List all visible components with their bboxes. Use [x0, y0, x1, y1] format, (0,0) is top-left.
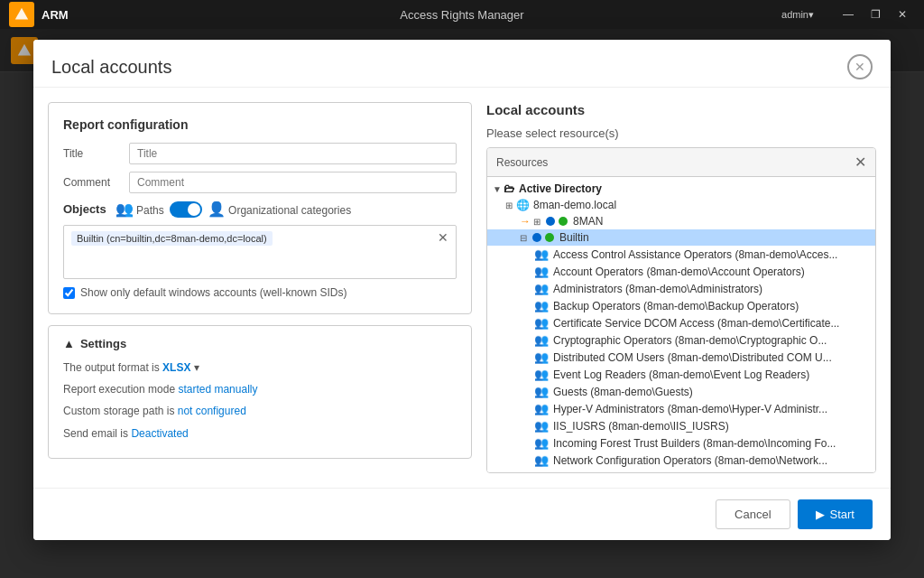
- admin-dropdown[interactable]: admin ▾: [762, 4, 834, 25]
- modal-title: Local accounts: [51, 57, 171, 78]
- group-icon: 👥: [534, 333, 549, 347]
- tree-item-label: Account Operators (8man-demo\Account Ope…: [553, 266, 805, 278]
- start-play-icon: ▶: [816, 508, 825, 521]
- group-icon: 👥: [534, 282, 549, 295]
- tree-item-label: Backup Operators (8man-demo\Backup Opera…: [553, 300, 799, 312]
- comment-label: Comment: [63, 176, 122, 189]
- tree-item-label: Hyper-V Administrators (8man-demo\Hyper-…: [553, 403, 827, 415]
- tree-item-label: 8MAN: [573, 215, 603, 228]
- tree-item-label: IIS_IUSRS (8man-demo\IIS_IUSRS): [553, 420, 729, 433]
- main-content: St... Local accounts ✕ Report configurat…: [0, 29, 924, 578]
- comment-input[interactable]: [129, 172, 457, 193]
- tree-item[interactable]: 👥 Cryptographic Operators (8man-demo\Cry…: [487, 331, 875, 349]
- tree-item-label: Event Log Readers (8man-demo\Event Log R…: [553, 368, 809, 381]
- dot-green: [559, 217, 568, 226]
- builtin-label: Builtin: [559, 231, 589, 244]
- tree-item[interactable]: 👥 Backup Operators (8man-demo\Backup Ope…: [487, 297, 875, 314]
- title-bar: ARM Access Rights Manager admin ▾ — ❐ ✕: [0, 0, 924, 29]
- group-icon: 👥: [534, 419, 549, 433]
- tree-item[interactable]: 👥 Hyper-V Administrators (8man-demo\Hype…: [487, 400, 875, 417]
- dot-blue: [532, 233, 541, 242]
- resources-label: Resources: [496, 156, 548, 169]
- tree-item[interactable]: 👥 Access Control Assistance Operators (8…: [487, 246, 875, 263]
- objects-title: Objects: [63, 202, 106, 216]
- paths-toggle[interactable]: [170, 201, 202, 218]
- domain-icon: 🌐: [516, 199, 530, 211]
- tree-item-label: Certificate Service DCOM Access (8man-de…: [553, 317, 839, 330]
- start-label: Start: [830, 508, 855, 521]
- objects-section: Objects 👥 Paths 👤 Organiz: [63, 200, 457, 299]
- report-config-section: Report configuration Title Comment: [48, 102, 472, 314]
- tree-item-builtin[interactable]: ⊟ Builtin: [487, 229, 875, 246]
- tree-item-label: Distributed COM Users (8man-demo\Distrib…: [553, 351, 832, 364]
- tree-item-label: 8man-demo.local: [533, 199, 616, 211]
- modal-overlay: Local accounts ✕ Report configuration Ti…: [0, 29, 924, 578]
- window-close-button[interactable]: ✕: [890, 4, 915, 25]
- output-format-row: The output format is XLSX ▾: [63, 359, 457, 377]
- tree-item[interactable]: 👥 Certificate Service DCOM Access (8man-…: [487, 314, 875, 331]
- tree-item[interactable]: 👥 Network Configuration Operators (8man-…: [487, 452, 875, 469]
- send-email-row: Send email is Deactivated: [63, 425, 457, 443]
- tree-item[interactable]: → ⊞ 8MAN: [487, 213, 875, 229]
- selected-items-box: Builtin (cn=builtin,dc=8man-demo,dc=loca…: [63, 225, 457, 279]
- group-icon: 👥: [534, 402, 549, 415]
- tree-item[interactable]: 👥 Account Operators (8man-demo\Account O…: [487, 263, 875, 280]
- left-panel: Report configuration Title Comment: [48, 102, 472, 473]
- paths-option-label: 👥 Paths: [116, 200, 164, 218]
- group-icon: 👥: [534, 316, 549, 330]
- dot-green: [545, 233, 554, 242]
- maximize-button[interactable]: ❐: [863, 4, 888, 25]
- tree-item-label: Active Directory: [519, 182, 602, 195]
- tree-item[interactable]: 👥 Distributed COM Users (8man-demo\Distr…: [487, 349, 875, 366]
- tree-item[interactable]: 👥 Administrators (8man-demo\Administrato…: [487, 280, 875, 297]
- svg-marker-0: [15, 8, 28, 20]
- tree-item[interactable]: 👥 IIS_IUSRS (8man-demo\IIS_IUSRS): [487, 417, 875, 434]
- tree-item[interactable]: ▼ 🗁 Active Directory: [487, 181, 875, 197]
- show-default-checkbox-row: Show only default windows accounts (well…: [63, 286, 457, 299]
- minimize-button[interactable]: —: [836, 4, 861, 25]
- show-default-label[interactable]: Show only default windows accounts (well…: [80, 286, 346, 299]
- window-controls: admin ▾ — ❐ ✕: [762, 4, 915, 25]
- resource-close-button[interactable]: ✕: [855, 154, 866, 171]
- objects-header: Objects 👥 Paths 👤 Organiz: [63, 200, 457, 218]
- comment-row: Comment: [63, 172, 457, 193]
- app-name: ARM: [42, 8, 69, 22]
- modal-header: Local accounts ✕: [33, 40, 891, 88]
- tree-item[interactable]: 👥 Incoming Forest Trust Builders (8man-d…: [487, 434, 875, 452]
- group-icon: 👥: [534, 436, 549, 450]
- send-email-link[interactable]: Deactivated: [131, 427, 188, 440]
- tree-item[interactable]: 👥 Event Log Readers (8man-demo\Event Log…: [487, 366, 875, 383]
- expand-icon: ⊟: [520, 233, 531, 243]
- modal-close-button[interactable]: ✕: [847, 54, 873, 79]
- tree-container[interactable]: ▼ 🗁 Active Directory ⊞ 🌐 8man-demo.local: [487, 177, 875, 472]
- expand-icon: ▼: [493, 184, 504, 194]
- modal-footer: Cancel ▶ Start: [33, 488, 891, 540]
- tree-item-label: Guests (8man-demo\Guests): [553, 386, 693, 398]
- settings-chevron: ▲: [63, 337, 75, 350]
- tree-item-label: Network Configuration Operators (8man-de…: [553, 454, 827, 467]
- show-default-checkbox[interactable]: [63, 287, 75, 299]
- group-icon: 👥: [534, 385, 549, 398]
- tree-item[interactable]: ⊞ 🌐 8man-demo.local: [487, 197, 875, 213]
- tree-item[interactable]: 👥 Guests (8man-demo\Guests): [487, 383, 875, 400]
- chip-remove-button[interactable]: ✕: [438, 231, 448, 244]
- group-icon: 👥: [534, 368, 549, 381]
- execution-mode-link[interactable]: started manually: [178, 383, 257, 396]
- dot-blue: [546, 217, 555, 226]
- window-title: Access Rights Manager: [400, 8, 523, 22]
- expand-icon: ⊞: [533, 217, 544, 227]
- cancel-button[interactable]: Cancel: [716, 499, 790, 529]
- storage-path-link[interactable]: not configured: [178, 405, 246, 417]
- select-resources-label: Please select resource(s): [486, 126, 876, 140]
- start-button[interactable]: ▶ Start: [798, 499, 873, 529]
- group-icon: 👥: [534, 453, 549, 467]
- tree-item-label: Administrators (8man-demo\Administrators…: [553, 283, 762, 295]
- title-input[interactable]: [129, 143, 457, 164]
- ad-folder-icon: 🗁: [504, 182, 514, 195]
- report-config-title: Report configuration: [63, 117, 457, 132]
- logo-icon: [14, 6, 30, 23]
- settings-panel: ▲ Settings The output format is XLSX ▾ R…: [48, 325, 472, 459]
- tree-item-label: Incoming Forest Trust Builders (8man-dem…: [553, 437, 836, 450]
- app-logo: [9, 2, 34, 27]
- xlsx-label: XLSX: [162, 361, 190, 374]
